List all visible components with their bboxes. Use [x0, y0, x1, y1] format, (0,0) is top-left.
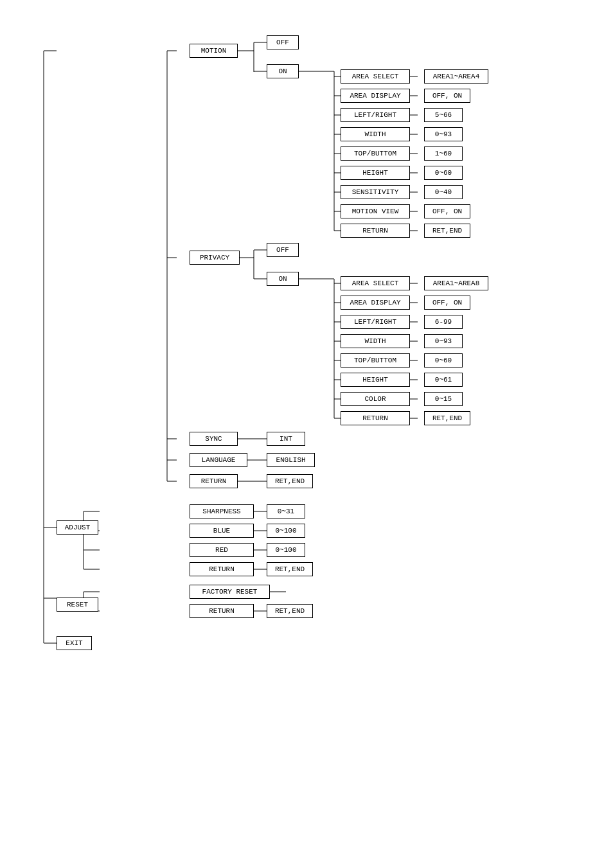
factory-reset-box: FACTORY RESET: [190, 585, 270, 599]
language-val: ENGLISH: [267, 453, 315, 467]
left-right-motion-val: 5~66: [424, 108, 463, 122]
return-motion-box: RETURN: [341, 224, 410, 238]
sync-box[interactable]: SYNC: [190, 432, 238, 446]
area-select-motion-box: AREA SELECT: [341, 69, 410, 84]
motion-view-val: OFF, ON: [424, 204, 470, 218]
motion-off-box: OFF: [267, 35, 299, 49]
blue-box: BLUE: [190, 524, 254, 538]
privacy-on-box: ON: [267, 272, 299, 286]
height-privacy-val: 0~61: [424, 373, 463, 387]
area-select-privacy-box: AREA SELECT: [341, 276, 410, 290]
area-select-privacy-val: AREA1~AREA8: [424, 276, 488, 290]
top-buttom-privacy-val: 0~60: [424, 353, 463, 368]
sensitivity-motion-box: SENSITIVITY: [341, 185, 410, 199]
adjust-box[interactable]: ADJUST: [57, 520, 98, 535]
area-display-privacy-val: OFF, ON: [424, 296, 470, 310]
area-display-motion-box: AREA DISPLAY: [341, 89, 410, 103]
height-motion-val: 0~60: [424, 166, 463, 180]
red-box: RED: [190, 543, 254, 557]
return-main-box[interactable]: RETURN: [190, 474, 238, 488]
privacy-box[interactable]: PRIVACY: [190, 251, 240, 265]
area-display-privacy-box: AREA DISPLAY: [341, 296, 410, 310]
blue-val: 0~100: [267, 524, 305, 538]
color-privacy-box: COLOR: [341, 392, 410, 406]
width-privacy-box: WIDTH: [341, 334, 410, 348]
sensitivity-motion-val: 0~40: [424, 185, 463, 199]
return-reset-val: RET,END: [267, 604, 313, 618]
height-privacy-box: HEIGHT: [341, 373, 410, 387]
width-motion-val: 0~93: [424, 127, 463, 141]
height-motion-box: HEIGHT: [341, 166, 410, 180]
motion-box[interactable]: MOTION: [190, 44, 238, 58]
left-right-privacy-box: LEFT/RIGHT: [341, 315, 410, 329]
sharpness-box: SHARPNESS: [190, 504, 254, 518]
area-display-motion-val: OFF, ON: [424, 89, 470, 103]
motion-view-box: MOTION VIEW: [341, 204, 410, 218]
width-motion-box: WIDTH: [341, 127, 410, 141]
left-right-motion-box: LEFT/RIGHT: [341, 108, 410, 122]
sync-val: INT: [267, 432, 305, 446]
width-privacy-val: 0~93: [424, 334, 463, 348]
top-buttom-privacy-box: TOP/BUTTOM: [341, 353, 410, 368]
return-main-val: RET,END: [267, 474, 313, 488]
color-privacy-val: 0~15: [424, 392, 463, 406]
privacy-off-box: OFF: [267, 243, 299, 257]
return-privacy-val: RET,END: [424, 411, 470, 425]
reset-box[interactable]: RESET: [57, 598, 98, 612]
return-privacy-box: RETURN: [341, 411, 410, 425]
language-box[interactable]: LANGUAGE: [190, 453, 247, 467]
area-select-motion-val: AREA1~AREA4: [424, 69, 488, 84]
top-buttom-motion-box: TOP/BUTTOM: [341, 146, 410, 161]
return-adjust-val: RET,END: [267, 562, 313, 576]
top-buttom-motion-val: 1~60: [424, 146, 463, 161]
return-motion-val: RET,END: [424, 224, 470, 238]
exit-box[interactable]: EXIT: [57, 636, 92, 650]
return-adjust-box: RETURN: [190, 562, 254, 576]
sharpness-val: 0~31: [267, 504, 305, 518]
return-reset-box: RETURN: [190, 604, 254, 618]
motion-on-box: ON: [267, 64, 299, 78]
red-val: 0~100: [267, 543, 305, 557]
left-right-privacy-val: 6-99: [424, 315, 463, 329]
